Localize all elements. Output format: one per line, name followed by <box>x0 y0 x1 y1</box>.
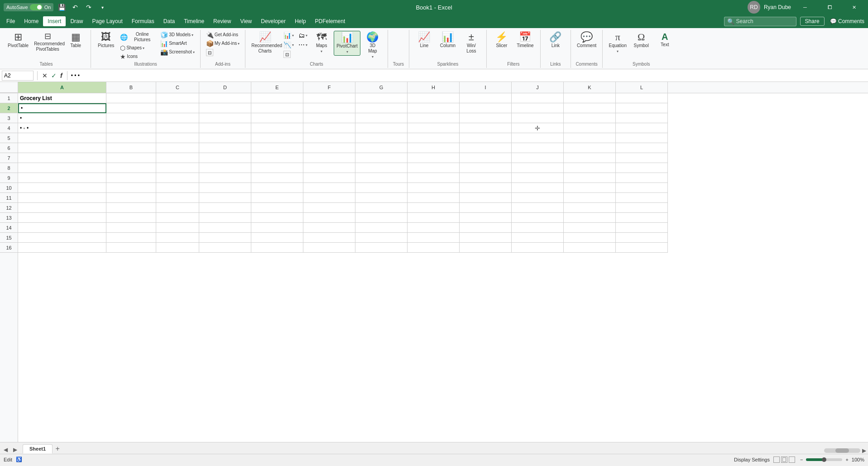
column-sparkline-button[interactable]: 📊 Column <box>436 31 459 50</box>
row-header-2[interactable]: 2 <box>0 103 18 113</box>
cell-b2[interactable] <box>106 103 156 113</box>
cell-h14[interactable] <box>408 223 460 233</box>
cell-l9[interactable] <box>616 173 668 183</box>
cell-l6[interactable] <box>616 143 668 153</box>
cell-k15[interactable] <box>564 233 616 243</box>
cell-j3[interactable] <box>512 113 564 123</box>
cell-i5[interactable] <box>460 133 512 143</box>
row-header-15[interactable]: 15 <box>0 233 18 243</box>
cell-k6[interactable] <box>564 143 616 153</box>
cell-i10[interactable] <box>460 183 512 193</box>
sheet-tab-sheet1[interactable]: Sheet1 <box>23 444 53 454</box>
cell-l11[interactable] <box>616 193 668 203</box>
cell-c14[interactable] <box>156 223 199 233</box>
cell-e1[interactable] <box>251 93 303 103</box>
pivot-chart-button[interactable]: 📊 PivotChart ▾ <box>334 31 360 56</box>
shapes-button[interactable]: ⬡ Shapes ▾ <box>118 44 146 52</box>
cell-g5[interactable] <box>355 133 408 143</box>
menu-insert[interactable]: Insert <box>43 16 66 26</box>
cell-j8[interactable] <box>512 163 564 173</box>
cell-k2[interactable] <box>564 103 616 113</box>
cell-i14[interactable] <box>460 223 512 233</box>
cell-f9[interactable] <box>303 173 355 183</box>
quick-access-customize[interactable]: ▾ <box>97 2 108 13</box>
pivot-chart-dropdown[interactable]: ▾ <box>346 50 348 54</box>
cell-e11[interactable] <box>251 193 303 203</box>
cell-k5[interactable] <box>564 133 616 143</box>
undo-button[interactable]: ↶ <box>70 2 81 13</box>
col-header-h[interactable]: H <box>408 82 460 93</box>
cell-i3[interactable] <box>460 113 512 123</box>
cell-a13[interactable] <box>18 213 106 223</box>
cell-d15[interactable] <box>199 233 251 243</box>
cell-c16[interactable] <box>156 243 199 253</box>
menu-formulas[interactable]: Formulas <box>127 16 159 26</box>
equation-dropdown[interactable]: ▾ <box>617 49 619 53</box>
cell-l10[interactable] <box>616 183 668 193</box>
cell-i9[interactable] <box>460 173 512 183</box>
col-header-b[interactable]: B <box>106 82 156 93</box>
text-button[interactable]: A Text <box>653 31 676 49</box>
cell-d13[interactable] <box>199 213 251 223</box>
table-button[interactable]: ▦ Table <box>64 31 87 50</box>
cell-a6[interactable] <box>18 143 106 153</box>
cell-g7[interactable] <box>355 153 408 163</box>
smartart-button[interactable]: 📊 SmartArt <box>158 39 197 48</box>
row-header-13[interactable]: 13 <box>0 213 18 223</box>
cell-f1[interactable] <box>303 93 355 103</box>
cell-e15[interactable] <box>251 233 303 243</box>
cell-e16[interactable] <box>251 243 303 253</box>
cell-d14[interactable] <box>199 223 251 233</box>
row-header-7[interactable]: 7 <box>0 153 18 163</box>
winloss-sparkline-button[interactable]: ± Win/Loss <box>460 31 483 55</box>
3d-map-dropdown[interactable]: ▾ <box>372 55 374 59</box>
row-header-14[interactable]: 14 <box>0 223 18 233</box>
col-header-i[interactable]: I <box>460 82 512 93</box>
cell-l3[interactable] <box>616 113 668 123</box>
cell-h8[interactable] <box>408 163 460 173</box>
cell-b10[interactable] <box>106 183 156 193</box>
cell-f10[interactable] <box>303 183 355 193</box>
cell-l12[interactable] <box>616 203 668 213</box>
col-header-e[interactable]: E <box>251 82 303 93</box>
cell-b6[interactable] <box>106 143 156 153</box>
cell-b9[interactable] <box>106 173 156 183</box>
cell-f6[interactable] <box>303 143 355 153</box>
cell-l1[interactable] <box>616 93 668 103</box>
cell-c2[interactable] <box>156 103 199 113</box>
cell-d3[interactable] <box>199 113 251 123</box>
cell-e4[interactable] <box>251 123 303 133</box>
cell-d6[interactable] <box>199 143 251 153</box>
cell-c4[interactable] <box>156 123 199 133</box>
menu-home[interactable]: Home <box>19 16 43 26</box>
formula-input[interactable] <box>71 72 866 79</box>
cell-j14[interactable] <box>512 223 564 233</box>
cell-k4[interactable] <box>564 123 616 133</box>
cell-l15[interactable] <box>616 233 668 243</box>
cell-h13[interactable] <box>408 213 460 223</box>
cell-j13[interactable] <box>512 213 564 223</box>
display-settings-button[interactable]: Display Settings <box>734 457 770 462</box>
zoom-in-button[interactable]: + <box>844 457 849 462</box>
cell-j16[interactable] <box>512 243 564 253</box>
scatter-dropdown[interactable]: ▾ <box>306 43 307 47</box>
cell-k10[interactable] <box>564 183 616 193</box>
cell-d10[interactable] <box>199 183 251 193</box>
zoom-slider[interactable] <box>806 458 842 461</box>
cell-d16[interactable] <box>199 243 251 253</box>
cell-j10[interactable] <box>512 183 564 193</box>
formula-confirm-icon[interactable]: ✓ <box>50 71 58 80</box>
autosave-toggle[interactable]: AutoSave On <box>4 3 53 11</box>
autosave-pill[interactable] <box>30 4 43 10</box>
timeline-button[interactable]: 📅 Timeline <box>514 31 537 50</box>
cell-a8[interactable] <box>18 163 106 173</box>
cell-reference[interactable]: A2 <box>2 71 34 81</box>
hierarchy-dropdown[interactable]: ▾ <box>306 34 307 38</box>
col-header-j[interactable]: J <box>512 82 564 93</box>
menu-review[interactable]: Review <box>209 16 235 26</box>
cell-e6[interactable] <box>251 143 303 153</box>
row-header-16[interactable]: 16 <box>0 243 18 253</box>
cell-c8[interactable] <box>156 163 199 173</box>
cell-b11[interactable] <box>106 193 156 203</box>
user-avatar[interactable]: RD <box>748 1 760 14</box>
